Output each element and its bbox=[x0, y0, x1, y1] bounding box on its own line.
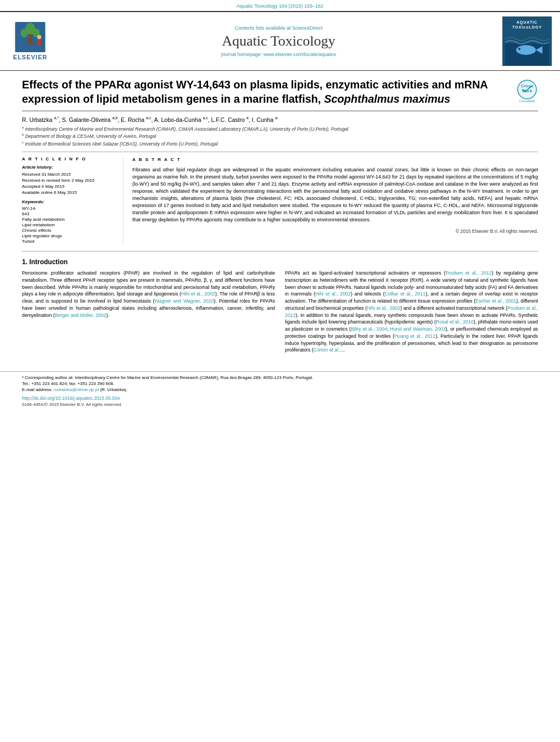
doi-section: http://dx.doi.org/10.1016/j.aquatox.2015… bbox=[0, 393, 560, 401]
section-divider bbox=[22, 251, 538, 252]
svg-rect-5 bbox=[26, 42, 35, 44]
svg-point-6 bbox=[37, 35, 41, 39]
crossmark-icon: Cross Mark bbox=[517, 80, 537, 99]
section-number: 1. bbox=[22, 258, 27, 266]
article-title-section: Effects of the PPARα agonist WY-14,643 o… bbox=[22, 77, 538, 111]
ref-rosal-2010[interactable]: Rosal et al., 2010 bbox=[436, 319, 474, 325]
tel-footnote: Tel.: +351 223 401 824; fax: +351 223 39… bbox=[22, 381, 538, 386]
ref-hihi-2002-right2[interactable]: Hihi et al., 2002 bbox=[367, 305, 400, 311]
ref-escher-2001[interactable]: Escher et al., 2001 bbox=[475, 298, 516, 304]
main-content: 1. Introduction Peroxisome proliferator … bbox=[0, 258, 560, 368]
keyword-7: Turbot bbox=[22, 239, 116, 244]
section-title: Introduction bbox=[29, 258, 68, 266]
keywords-label: Keywords: bbox=[22, 199, 116, 204]
ref-huang-2011[interactable]: Huang et al., 2011 bbox=[394, 333, 435, 339]
issn-text: 0166-445X/© 2015 Elsevier B.V. All right… bbox=[22, 402, 122, 407]
article-info-abstract: A R T I C L E I N F O Article history: R… bbox=[22, 152, 538, 244]
article-body: Effects of the PPARα agonist WY-14,643 o… bbox=[0, 71, 560, 244]
abstract-copyright: © 2015 Elsevier B.V. All rights reserved… bbox=[132, 228, 538, 235]
email-footnote: E-mail address: rurbatzka@ciimar.up.pt (… bbox=[22, 387, 538, 392]
ref-hurst-2003[interactable]: Hurst and Waxman, 2003 bbox=[390, 326, 446, 332]
svg-point-2 bbox=[21, 29, 28, 37]
journal-reference: Aquatic Toxicology 164 (2015) 155–162 bbox=[0, 0, 560, 11]
abstract-title: A B S T R A C T bbox=[132, 157, 538, 163]
received-date: Received 31 March 2015 bbox=[22, 172, 116, 177]
ref-bility-2004[interactable]: Bility et al., 2004 bbox=[351, 326, 387, 332]
elsevier-tree-icon bbox=[14, 22, 47, 52]
footnotes: * Corresponding author at: Interdiscipli… bbox=[0, 371, 560, 392]
introduction-body: Peroxisome proliferator activated recept… bbox=[22, 270, 538, 357]
keyword-3: Fatty acid metabolism bbox=[22, 217, 116, 222]
article-title: Effects of the PPARα agonist WY-14,643 o… bbox=[22, 77, 511, 106]
aquatic-logo-fish-icon bbox=[505, 27, 549, 65]
introduction-right-col: PPARs act as ligand-activated transcript… bbox=[285, 270, 538, 357]
ref-corton[interactable]: Corton et al., bbox=[313, 347, 341, 353]
homepage-text: journal homepage: bbox=[221, 52, 262, 57]
indicated-word: indicated bbox=[315, 210, 334, 215]
homepage-url-link[interactable]: www.elsevier.com/locate/aquatox bbox=[264, 52, 337, 57]
ref-wagner-2010[interactable]: Wagner and Wagner, 2010 bbox=[154, 298, 214, 304]
elsevier-label: ELSEVIER bbox=[13, 54, 47, 60]
ref-colliar-2011[interactable]: Colliar et al., 2011 bbox=[385, 291, 425, 297]
accepted-date: Accepted 4 May 2015 bbox=[22, 184, 116, 189]
introduction-left-col: Peroxisome proliferator activated recept… bbox=[22, 270, 275, 357]
introduction-header: 1. Introduction bbox=[22, 258, 538, 266]
elsevier-logo: ELSEVIER bbox=[5, 22, 55, 60]
email-note: (R. Urbatzka). bbox=[100, 387, 127, 392]
journal-center-header: Contents lists available at ScienceDirec… bbox=[60, 25, 497, 57]
svg-point-13 bbox=[518, 48, 520, 50]
email-link[interactable]: rurbatzka@ciimar.up.pt bbox=[54, 387, 99, 392]
ref-berger-2002[interactable]: Berger and Moller, 2002 bbox=[55, 313, 107, 318]
ref-hihi-2002-right[interactable]: Hihi et al., 2002 bbox=[315, 291, 351, 297]
keyword-1: WY-14- bbox=[22, 206, 116, 211]
keyword-5: Chronic effects bbox=[22, 228, 116, 233]
ref-hihi-2002-left[interactable]: Hihi et al., 2002 bbox=[181, 291, 215, 297]
doi-url[interactable]: http://dx.doi.org/10.1016/j.aquatox.2015… bbox=[22, 395, 120, 401]
authors-section: R. Urbatzka a,*, S. Galante-Oliveira a,b… bbox=[22, 116, 538, 123]
keyword-2: 643 bbox=[22, 211, 116, 216]
contents-line: Contents lists available at ScienceDirec… bbox=[60, 25, 497, 31]
revised-date: Received in revised form 2 May 2015 bbox=[22, 178, 116, 183]
article-info-panel: A R T I C L E I N F O Article history: R… bbox=[22, 157, 124, 244]
article-history-label: Article history: bbox=[22, 165, 116, 170]
crossmark-logo[interactable]: Cross Mark CrossMark bbox=[516, 80, 538, 103]
aquatic-logo-text: AQUATICTOXIcoLOGY bbox=[502, 20, 552, 30]
svg-point-11 bbox=[516, 45, 536, 55]
available-date: Available online 6 May 2015 bbox=[22, 190, 116, 195]
contents-text: Contents lists available at bbox=[234, 25, 290, 31]
aquatic-tox-logo: AQUATICTOXIcoLOGY bbox=[502, 16, 555, 66]
issn-section: 0166-445X/© 2015 Elsevier B.V. All right… bbox=[0, 401, 560, 411]
article-info-title: A R T I C L E I N F O bbox=[22, 157, 116, 161]
affiliations: a Interdisciplinary Centre of Marine and… bbox=[22, 125, 538, 148]
journal-ref-text: Aquatic Toxicology 164 (2015) 155–162 bbox=[237, 3, 323, 9]
page: Aquatic Toxicology 164 (2015) 155–162 bbox=[0, 0, 560, 742]
email-label: E-mail address: bbox=[22, 387, 53, 392]
corresponding-footnote: * Corresponding author at: Interdiscipli… bbox=[22, 375, 538, 380]
keyword-4: Lipid metabolism bbox=[22, 222, 116, 227]
crossmark-label: CrossMark bbox=[519, 99, 535, 103]
homepage-line: journal homepage: www.elsevier.com/locat… bbox=[60, 52, 497, 57]
ref-poulsen-2012-right2[interactable]: Poulsen et al., 2012 bbox=[285, 305, 538, 318]
sciencedirect-link[interactable]: ScienceDirect bbox=[292, 25, 323, 31]
journal-header: ELSEVIER Contents lists available at Sci… bbox=[0, 11, 560, 71]
journal-title: Aquatic Toxicology bbox=[60, 33, 497, 49]
ref-poulsen-2012-right[interactable]: Poulsen et al., 2012 bbox=[445, 270, 491, 276]
keyword-6: Lipid regulator drugs bbox=[22, 233, 116, 238]
abstract-section: A B S T R A C T Fibrates and other lipid… bbox=[132, 157, 538, 244]
abstract-text: Fibrates and other lipid regulator drugs… bbox=[132, 166, 538, 224]
